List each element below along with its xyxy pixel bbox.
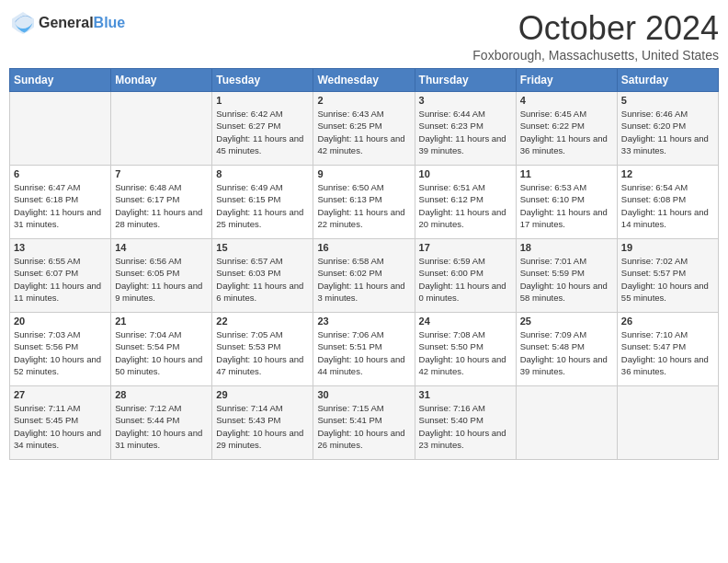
calendar-cell: 8Sunrise: 6:49 AM Sunset: 6:15 PM Daylig…: [212, 166, 313, 239]
day-info: Sunrise: 7:09 AM Sunset: 5:48 PM Dayligh…: [520, 328, 613, 377]
week-row-1: 1Sunrise: 6:42 AM Sunset: 6:27 PM Daylig…: [10, 92, 719, 166]
calendar-cell: 4Sunrise: 6:45 AM Sunset: 6:22 PM Daylig…: [516, 92, 617, 166]
calendar-cell: 3Sunrise: 6:44 AM Sunset: 6:23 PM Daylig…: [415, 92, 516, 166]
day-number: 18: [520, 242, 613, 253]
calendar-cell: 19Sunrise: 7:02 AM Sunset: 5:57 PM Dayli…: [617, 239, 718, 313]
day-number: 28: [115, 389, 208, 400]
day-info: Sunrise: 6:49 AM Sunset: 6:15 PM Dayligh…: [216, 181, 309, 230]
day-info: Sunrise: 7:01 AM Sunset: 5:59 PM Dayligh…: [520, 255, 613, 304]
weekday-header-wednesday: Wednesday: [313, 69, 415, 92]
calendar-cell: 26Sunrise: 7:10 AM Sunset: 5:47 PM Dayli…: [617, 313, 718, 386]
day-info: Sunrise: 7:12 AM Sunset: 5:44 PM Dayligh…: [115, 402, 208, 451]
calendar-cell: 24Sunrise: 7:08 AM Sunset: 5:50 PM Dayli…: [415, 313, 516, 386]
calendar-cell: [111, 92, 212, 166]
day-number: 22: [216, 316, 309, 327]
day-number: 2: [317, 95, 410, 106]
day-number: 5: [621, 95, 714, 106]
day-number: 7: [115, 168, 208, 179]
day-info: Sunrise: 6:54 AM Sunset: 6:08 PM Dayligh…: [621, 181, 714, 230]
calendar-cell: 23Sunrise: 7:06 AM Sunset: 5:51 PM Dayli…: [313, 313, 415, 386]
day-info: Sunrise: 6:42 AM Sunset: 6:27 PM Dayligh…: [216, 108, 309, 156]
week-row-4: 20Sunrise: 7:03 AM Sunset: 5:56 PM Dayli…: [10, 313, 719, 386]
day-info: Sunrise: 7:11 AM Sunset: 5:45 PM Dayligh…: [14, 402, 107, 451]
calendar-cell: 30Sunrise: 7:15 AM Sunset: 5:41 PM Dayli…: [313, 386, 415, 460]
day-info: Sunrise: 7:16 AM Sunset: 5:40 PM Dayligh…: [419, 402, 512, 451]
day-number: 24: [419, 316, 512, 327]
week-row-3: 13Sunrise: 6:55 AM Sunset: 6:07 PM Dayli…: [10, 239, 719, 313]
weekday-header-tuesday: Tuesday: [212, 69, 313, 92]
calendar-cell: 21Sunrise: 7:04 AM Sunset: 5:54 PM Dayli…: [111, 313, 212, 386]
weekday-header-row: SundayMondayTuesdayWednesdayThursdayFrid…: [10, 69, 719, 92]
calendar-cell: [10, 92, 111, 166]
day-number: 11: [520, 168, 613, 179]
day-info: Sunrise: 7:06 AM Sunset: 5:51 PM Dayligh…: [317, 328, 410, 377]
day-info: Sunrise: 7:14 AM Sunset: 5:43 PM Dayligh…: [216, 402, 309, 451]
calendar-cell: 9Sunrise: 6:50 AM Sunset: 6:13 PM Daylig…: [313, 166, 415, 239]
calendar-cell: 15Sunrise: 6:57 AM Sunset: 6:03 PM Dayli…: [212, 239, 313, 313]
calendar-cell: 11Sunrise: 6:53 AM Sunset: 6:10 PM Dayli…: [516, 166, 617, 239]
weekday-header-thursday: Thursday: [415, 69, 516, 92]
month-title: October 2024: [472, 9, 719, 48]
day-number: 1: [216, 95, 309, 106]
week-row-5: 27Sunrise: 7:11 AM Sunset: 5:45 PM Dayli…: [10, 386, 719, 460]
day-info: Sunrise: 6:57 AM Sunset: 6:03 PM Dayligh…: [216, 255, 309, 304]
header: GeneralBlue October 2024 Foxborough, Mas…: [9, 9, 719, 63]
calendar-cell: 28Sunrise: 7:12 AM Sunset: 5:44 PM Dayli…: [111, 386, 212, 460]
calendar-cell: 25Sunrise: 7:09 AM Sunset: 5:48 PM Dayli…: [516, 313, 617, 386]
day-number: 14: [115, 242, 208, 253]
calendar-cell: 22Sunrise: 7:05 AM Sunset: 5:53 PM Dayli…: [212, 313, 313, 386]
day-info: Sunrise: 6:50 AM Sunset: 6:13 PM Dayligh…: [317, 181, 410, 230]
day-info: Sunrise: 7:03 AM Sunset: 5:56 PM Dayligh…: [14, 328, 107, 377]
day-info: Sunrise: 6:58 AM Sunset: 6:02 PM Dayligh…: [317, 255, 410, 304]
logo: GeneralBlue: [9, 9, 125, 37]
day-number: 16: [317, 242, 410, 253]
day-number: 21: [115, 316, 208, 327]
day-number: 23: [317, 316, 410, 327]
day-number: 15: [216, 242, 309, 253]
day-info: Sunrise: 7:04 AM Sunset: 5:54 PM Dayligh…: [115, 328, 208, 377]
weekday-header-friday: Friday: [516, 69, 617, 92]
day-number: 10: [419, 168, 512, 179]
calendar-cell: 27Sunrise: 7:11 AM Sunset: 5:45 PM Dayli…: [10, 386, 111, 460]
day-number: 25: [520, 316, 613, 327]
calendar-cell: 29Sunrise: 7:14 AM Sunset: 5:43 PM Dayli…: [212, 386, 313, 460]
day-info: Sunrise: 6:47 AM Sunset: 6:18 PM Dayligh…: [14, 181, 107, 230]
day-number: 9: [317, 168, 410, 179]
day-info: Sunrise: 6:44 AM Sunset: 6:23 PM Dayligh…: [419, 108, 512, 156]
calendar-cell: 10Sunrise: 6:51 AM Sunset: 6:12 PM Dayli…: [415, 166, 516, 239]
day-number: 29: [216, 389, 309, 400]
title-block: October 2024 Foxborough, Massachusetts, …: [472, 9, 719, 63]
calendar-cell: 17Sunrise: 6:59 AM Sunset: 6:00 PM Dayli…: [415, 239, 516, 313]
day-number: 4: [520, 95, 613, 106]
location: Foxborough, Massachusetts, United States: [472, 48, 719, 63]
calendar-cell: [617, 386, 718, 460]
day-number: 13: [14, 242, 107, 253]
day-info: Sunrise: 6:55 AM Sunset: 6:07 PM Dayligh…: [14, 255, 107, 304]
day-info: Sunrise: 6:51 AM Sunset: 6:12 PM Dayligh…: [419, 181, 512, 230]
calendar-cell: 5Sunrise: 6:46 AM Sunset: 6:20 PM Daylig…: [617, 92, 718, 166]
weekday-header-monday: Monday: [111, 69, 212, 92]
logo-text: GeneralBlue: [39, 15, 125, 31]
day-number: 12: [621, 168, 714, 179]
day-info: Sunrise: 6:48 AM Sunset: 6:17 PM Dayligh…: [115, 181, 208, 230]
day-info: Sunrise: 6:45 AM Sunset: 6:22 PM Dayligh…: [520, 108, 613, 156]
calendar-cell: 13Sunrise: 6:55 AM Sunset: 6:07 PM Dayli…: [10, 239, 111, 313]
calendar-cell: 16Sunrise: 6:58 AM Sunset: 6:02 PM Dayli…: [313, 239, 415, 313]
weekday-header-sunday: Sunday: [10, 69, 111, 92]
calendar-cell: 20Sunrise: 7:03 AM Sunset: 5:56 PM Dayli…: [10, 313, 111, 386]
logo-icon: [9, 9, 37, 37]
main-container: GeneralBlue October 2024 Foxborough, Mas…: [0, 0, 728, 469]
day-info: Sunrise: 7:15 AM Sunset: 5:41 PM Dayligh…: [317, 402, 410, 451]
calendar-cell: 14Sunrise: 6:56 AM Sunset: 6:05 PM Dayli…: [111, 239, 212, 313]
day-number: 19: [621, 242, 714, 253]
week-row-2: 6Sunrise: 6:47 AM Sunset: 6:18 PM Daylig…: [10, 166, 719, 239]
day-info: Sunrise: 7:08 AM Sunset: 5:50 PM Dayligh…: [419, 328, 512, 377]
calendar-cell: 12Sunrise: 6:54 AM Sunset: 6:08 PM Dayli…: [617, 166, 718, 239]
day-info: Sunrise: 6:53 AM Sunset: 6:10 PM Dayligh…: [520, 181, 613, 230]
calendar-cell: 1Sunrise: 6:42 AM Sunset: 6:27 PM Daylig…: [212, 92, 313, 166]
day-info: Sunrise: 6:46 AM Sunset: 6:20 PM Dayligh…: [621, 108, 714, 156]
day-info: Sunrise: 6:43 AM Sunset: 6:25 PM Dayligh…: [317, 108, 410, 156]
calendar-table: SundayMondayTuesdayWednesdayThursdayFrid…: [9, 68, 719, 460]
day-number: 31: [419, 389, 512, 400]
calendar-cell: 2Sunrise: 6:43 AM Sunset: 6:25 PM Daylig…: [313, 92, 415, 166]
